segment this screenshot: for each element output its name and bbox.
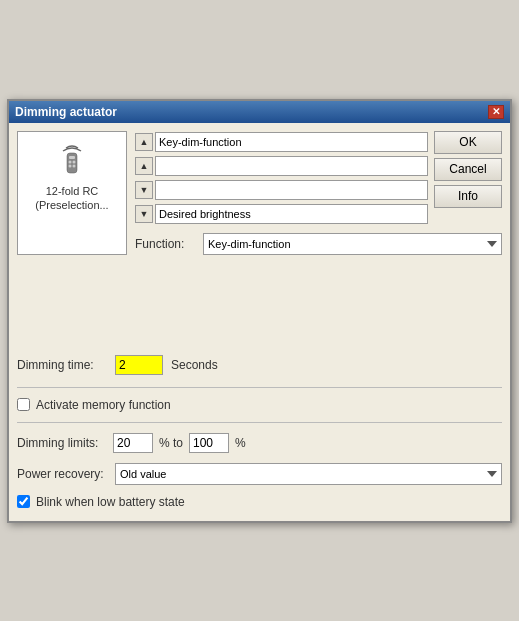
svg-point-3 [73, 160, 76, 163]
dimming-limits-separator: % to [159, 436, 183, 450]
seconds-label: Seconds [171, 358, 218, 372]
list-input-1[interactable] [155, 132, 428, 152]
activate-memory-checkbox[interactable] [17, 398, 30, 411]
dialog-body: 12-fold RC(Preselection... ▲ ▲ [9, 123, 510, 263]
remote-icon [54, 142, 90, 178]
power-recovery-row: Power recovery: Old value On Off [17, 459, 502, 489]
dialog-title: Dimming actuator [15, 105, 117, 119]
blink-battery-label: Blink when low battery state [36, 495, 185, 509]
dimming-limits-to-input[interactable] [189, 433, 229, 453]
dimming-limits-row: Dimming limits: % to % [17, 429, 502, 457]
top-right: ▲ ▲ ▼ ▼ [135, 131, 502, 225]
info-button[interactable]: Info [434, 185, 502, 208]
arrow-up-btn-1[interactable]: ▲ [135, 133, 153, 151]
svg-point-2 [69, 160, 72, 163]
close-button[interactable]: ✕ [488, 105, 504, 119]
list-row: ▼ [135, 179, 428, 201]
power-recovery-label: Power recovery: [17, 467, 107, 481]
title-bar: Dimming actuator ✕ [9, 101, 510, 123]
dimming-time-input[interactable] [115, 355, 163, 375]
ok-button[interactable]: OK [434, 131, 502, 154]
dimming-limits-label: Dimming limits: [17, 436, 107, 450]
device-label: 12-fold RC(Preselection... [35, 184, 108, 213]
list-input-2[interactable] [155, 156, 428, 176]
separator-2 [17, 422, 502, 423]
dialog: Dimming actuator ✕ [7, 99, 512, 523]
dimming-limits-from-input[interactable] [113, 433, 153, 453]
btn-panel: OK Cancel Info [434, 131, 502, 225]
right-panel: ▲ ▲ ▼ ▼ [135, 131, 502, 255]
dimming-limits-unit: % [235, 436, 246, 450]
activate-memory-row: Activate memory function [17, 394, 502, 416]
device-label-text: 12-fold RC(Preselection... [35, 185, 108, 211]
cancel-button[interactable]: Cancel [434, 158, 502, 181]
function-row: Function: Key-dim-function Dimming Switc… [135, 231, 502, 255]
list-row: ▲ [135, 131, 428, 153]
arrow-up-btn-2[interactable]: ▲ [135, 157, 153, 175]
svg-point-4 [69, 164, 72, 167]
list-row: ▼ [135, 203, 428, 225]
arrow-down-btn-4[interactable]: ▼ [135, 205, 153, 223]
power-recovery-select[interactable]: Old value On Off [115, 463, 502, 485]
list-area: ▲ ▲ ▼ ▼ [135, 131, 428, 225]
svg-point-5 [73, 164, 76, 167]
main-content: Dimming time: Seconds Activate memory fu… [9, 263, 510, 521]
spacer [17, 267, 502, 347]
left-panel: 12-fold RC(Preselection... [17, 131, 127, 255]
list-row: ▲ [135, 155, 428, 177]
dimming-time-row: Dimming time: Seconds [17, 349, 502, 381]
separator-1 [17, 387, 502, 388]
activate-memory-label: Activate memory function [36, 398, 171, 412]
function-label: Function: [135, 237, 195, 251]
list-input-4[interactable] [155, 204, 428, 224]
blink-battery-row: Blink when low battery state [17, 491, 502, 513]
arrow-down-btn-3[interactable]: ▼ [135, 181, 153, 199]
list-input-3[interactable] [155, 180, 428, 200]
function-select[interactable]: Key-dim-function Dimming Switch Value tr… [203, 233, 502, 255]
blink-battery-checkbox[interactable] [17, 495, 30, 508]
dimming-time-label: Dimming time: [17, 358, 107, 372]
device-icon [52, 140, 92, 180]
svg-rect-1 [69, 156, 75, 159]
